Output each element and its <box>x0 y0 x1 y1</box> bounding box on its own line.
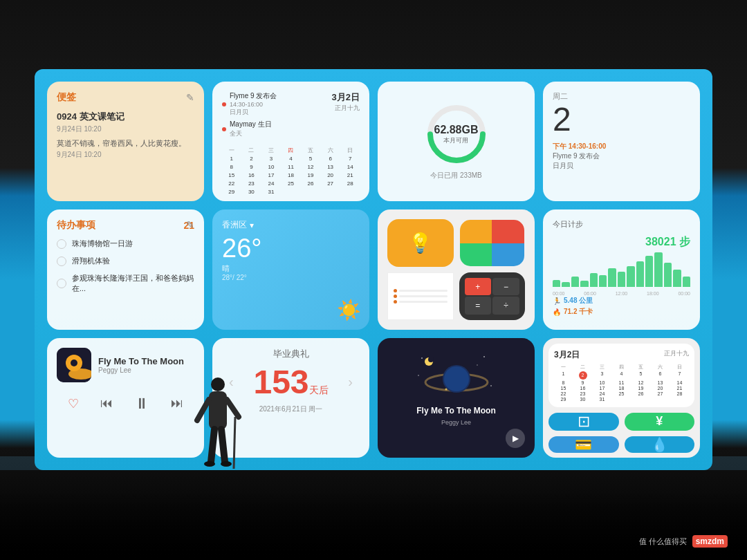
todo-text-2: 滑翔机体验 <box>72 256 110 266</box>
todo-circle <box>57 239 66 249</box>
bar <box>553 280 560 287</box>
bar <box>571 277 579 287</box>
scan-icon: ⊡ <box>578 413 590 431</box>
steps-total: 38021 步 <box>645 235 690 250</box>
svg-point-24 <box>221 461 232 467</box>
event1-dot <box>222 102 226 106</box>
quick-pay-btn[interactable]: ¥ <box>625 413 695 431</box>
rainbow-cell-2 <box>492 220 524 243</box>
svg-point-13 <box>444 366 469 391</box>
cal-month-day: 3月2日 <box>332 91 360 104</box>
phone-screen-display: 便签 ✎ 0924 英文课笔记 9月24日 10:20 莫道不销魂，帘卷西风，人… <box>35 69 712 470</box>
next-arrow[interactable]: › <box>348 374 353 390</box>
bar <box>562 282 569 288</box>
bar <box>673 270 681 287</box>
quick-scan-btn[interactable]: ⊡ <box>548 413 619 431</box>
svg-line-19 <box>197 400 209 420</box>
svg-point-8 <box>418 375 419 376</box>
svg-line-20 <box>227 400 239 417</box>
svg-line-25 <box>234 417 235 469</box>
note-item-title: 0924 英文课笔记 <box>57 111 194 123</box>
card-icon: 💳 <box>575 436 592 453</box>
svg-rect-18 <box>209 391 227 429</box>
steps-distance: 5.48 公里 <box>564 296 593 306</box>
rainbow-app-icon[interactable] <box>459 219 526 267</box>
calc-app-icon[interactable]: + − = ÷ <box>459 272 526 320</box>
music-heart-btn[interactable]: ♡ <box>68 396 79 411</box>
music-next-btn[interactable]: ⏭ <box>171 396 183 411</box>
bar <box>608 268 616 288</box>
todo-circle <box>57 279 66 288</box>
weather-widget: 香洲区 ▾ 26° 晴 28°/ 22° ☀️ <box>212 209 369 329</box>
bottom-logo: 值 什么值得买 smzdm <box>639 535 728 548</box>
watermark-text: 值 什么值得买 <box>639 536 687 547</box>
bar <box>636 261 644 288</box>
svg-point-6 <box>421 357 423 359</box>
edit-icon[interactable]: ✎ <box>186 92 194 103</box>
event2-name: Maymay 生日 <box>230 120 272 129</box>
chart-time-labels: 00:0006:0012:0018:0000:00 <box>553 291 690 296</box>
music2-widget: Fly Me To The Moon Peggy Lee ▶ <box>378 338 535 458</box>
todo-widget: 待办事项 21 ✎ 珠海博物馆一日游 滑翔机体验 参观珠海长隆海洋王国，和爸爸妈… <box>47 209 204 329</box>
todo-circle <box>57 256 66 266</box>
quick-water-btn[interactable]: 💧 <box>625 436 695 453</box>
svg-point-9 <box>490 385 492 386</box>
music-prev-btn[interactable]: ⏮ <box>100 396 113 411</box>
list-app-icon[interactable] <box>387 272 454 320</box>
weather-range: 28°/ 22° <box>222 274 360 281</box>
music-song: Fly Me To The Moon <box>98 356 194 366</box>
planet-visual <box>387 348 525 403</box>
countdown-date: 2021年6月21日 周一 <box>222 404 360 414</box>
todo-edit-icon[interactable]: ✎ <box>186 219 194 230</box>
note-item-date2: 9月24日 10:20 <box>57 150 194 160</box>
weekday-num: 2 <box>553 103 690 136</box>
weekday-widget: 周二 2 下午 14:30-16:00 Flyme 9 发布会 日月贝 <box>543 82 700 201</box>
bar <box>654 252 662 287</box>
steps-widget: 今日计步 38021 步 00:0006:0012:0018:0000:00 <box>543 209 700 329</box>
rainbow-cell-1 <box>460 220 492 243</box>
bar <box>618 272 625 288</box>
bar <box>664 263 672 287</box>
bar <box>683 277 690 287</box>
svg-point-5 <box>71 360 77 366</box>
note-widget: 便签 ✎ 0924 英文课笔记 9月24日 10:20 莫道不销魂，帘卷西风，人… <box>47 82 204 201</box>
svg-point-15 <box>428 357 434 362</box>
weather-location: 香洲区 ▾ <box>222 219 360 231</box>
event2-dot <box>222 127 226 131</box>
event1-time: 14:30-16:00 <box>230 101 277 108</box>
storage-label: 本月可用 <box>434 136 478 144</box>
water-icon: 💧 <box>651 436 668 453</box>
countdown-title: 毕业典礼 <box>222 348 360 360</box>
mini-cal-lunar: 正月十九 <box>664 349 689 361</box>
bottom-right-widget: 3月2日 正月十九 一 二 三 四 五 六 日 1 2 3 4 5 6 <box>543 338 700 458</box>
todo-item-3: 参观珠海长隆海洋王国，和爸爸妈妈在... <box>57 273 194 294</box>
rainbow-cell-4 <box>492 243 524 266</box>
storage-value: 62.88GB <box>434 123 478 136</box>
music-pause-btn[interactable]: ⏸ <box>134 395 149 413</box>
svg-line-22 <box>221 429 225 462</box>
pay-icon: ¥ <box>656 414 663 429</box>
calc-btn-minus: − <box>492 278 519 295</box>
light-app-icon[interactable]: 💡 <box>387 219 454 267</box>
note-item-date: 9月24日 10:20 <box>57 124 194 134</box>
weather-temp: 26° <box>222 234 360 263</box>
sun-icon: ☀️ <box>337 299 361 321</box>
note-item-content: 莫道不销魂，帘卷西风，人比黄花瘦。 <box>57 138 194 149</box>
mini-calendar-widget: 3月2日 正月十九 一 二 三 四 五 六 日 1 2 3 4 5 6 <box>548 344 694 407</box>
music2-song: Fly Me To The Moon <box>387 406 525 416</box>
weekday-event-time: 下午 14:30-16:00 <box>553 142 690 151</box>
steps-title: 今日计步 <box>553 219 583 230</box>
bar <box>599 275 607 288</box>
music-album-art <box>57 348 91 382</box>
calc-btn-eq: = <box>465 297 492 314</box>
quick-card-btn[interactable]: 💳 <box>548 436 619 453</box>
weekday-event-sub: 日月贝 <box>553 161 690 171</box>
storage-used: 今日已用 233MB <box>430 171 481 180</box>
bar <box>645 256 653 287</box>
steps-calories: 71.2 千卡 <box>564 307 593 317</box>
event2-sub: 全天 <box>230 129 272 138</box>
todo-text-1: 珠海博物馆一日游 <box>72 239 133 249</box>
event1-name: Flyme 9 发布会 <box>230 91 277 101</box>
weekday-event-name: Flyme 9 发布会 <box>553 151 690 161</box>
music2-play-btn[interactable]: ▶ <box>506 429 525 448</box>
